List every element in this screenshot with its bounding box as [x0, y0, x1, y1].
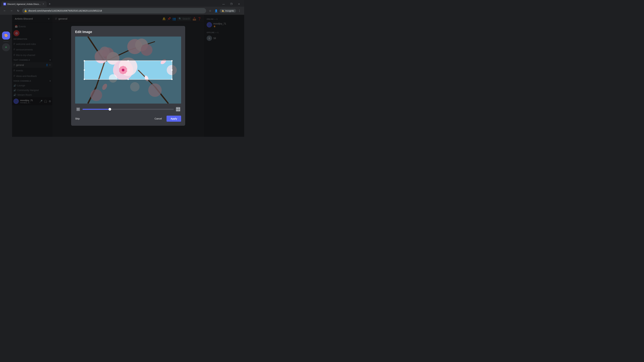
- modal-overlay: Edit Image: [12, 15, 244, 137]
- refresh-button[interactable]: ↻: [16, 8, 21, 13]
- incognito-badge: 🕵️ Incognito: [220, 9, 236, 13]
- tab-title: Discord | #general | Artists Disco...: [8, 3, 40, 5]
- cancel-button[interactable]: Cancel: [152, 116, 165, 121]
- svg-rect-39: [176, 109, 178, 111]
- app-layout: 🎨 + Artists Discord ∨ 📅 Events: [0, 15, 244, 137]
- zoom-in-icon[interactable]: [176, 107, 180, 112]
- server-icon-rail: 🎨 +: [0, 29, 12, 137]
- modal-title: Edit Image: [75, 30, 181, 34]
- new-tab-button[interactable]: +: [47, 2, 52, 6]
- tab-favicon: D: [3, 3, 6, 5]
- image-edit-container[interactable]: [75, 36, 181, 104]
- profile-button[interactable]: 👤: [214, 8, 219, 13]
- crop-selection-box[interactable]: [84, 60, 172, 80]
- crop-overlay-right: [172, 61, 181, 79]
- active-tab[interactable]: D Discord | #general | Artists Disco... …: [1, 1, 46, 7]
- forward-button[interactable]: →: [9, 8, 14, 13]
- modal-footer: Skip Cancel Apply: [75, 116, 181, 122]
- svg-rect-38: [178, 108, 180, 109]
- zoom-slider-thumb[interactable]: [108, 108, 111, 111]
- crop-overlay-top: [75, 36, 181, 61]
- zoom-out-icon[interactable]: [76, 107, 80, 112]
- server-icon-add[interactable]: +: [2, 43, 10, 51]
- server-icon-artists[interactable]: 🎨: [2, 31, 10, 39]
- zoom-slider[interactable]: [82, 109, 174, 110]
- zoom-slider-fill: [82, 109, 110, 110]
- bookmark-button[interactable]: ☆: [208, 8, 213, 13]
- zoom-controls: [75, 107, 181, 112]
- crop-overlay-left: [75, 61, 84, 79]
- tab-close-button[interactable]: ×: [42, 3, 44, 5]
- svg-rect-37: [176, 108, 178, 109]
- crop-handle-bottom[interactable]: [128, 79, 129, 80]
- svg-rect-32: [77, 108, 78, 109]
- back-button[interactable]: ←: [2, 8, 8, 13]
- address-bar[interactable]: 🔒 discord.com/channels/11823620100679352…: [22, 8, 206, 13]
- crop-handle-right[interactable]: [171, 69, 172, 71]
- edit-image-modal: Edit Image: [71, 26, 185, 126]
- menu-button[interactable]: ⋮: [237, 8, 242, 13]
- crop-handle-tl[interactable]: [84, 60, 85, 61]
- svg-rect-35: [78, 109, 79, 110]
- lock-icon: 🔒: [24, 9, 27, 12]
- svg-rect-40: [178, 109, 180, 111]
- move-indicator: [126, 70, 130, 70]
- crop-handle-top[interactable]: [128, 60, 129, 61]
- crop-handle-tr[interactable]: [171, 60, 172, 61]
- crop-handle-br[interactable]: [171, 79, 172, 80]
- svg-rect-34: [77, 109, 78, 110]
- browser-chrome: D Discord | #general | Artists Disco... …: [0, 0, 244, 15]
- apply-button[interactable]: Apply: [166, 116, 181, 122]
- modal-footer-right: Cancel Apply: [152, 116, 181, 122]
- svg-rect-31: [77, 108, 80, 111]
- main-area: Artists Discord ∨ 📅 Events 🌸 INFORMATION…: [12, 15, 244, 137]
- svg-rect-33: [78, 108, 79, 109]
- crop-overlay-bottom: [75, 79, 181, 104]
- crop-handle-left[interactable]: [84, 69, 85, 71]
- crop-handle-bl[interactable]: [84, 79, 85, 80]
- url-text: discord.com/channels/1182362010067935253…: [28, 9, 204, 12]
- skip-button[interactable]: Skip: [75, 116, 80, 121]
